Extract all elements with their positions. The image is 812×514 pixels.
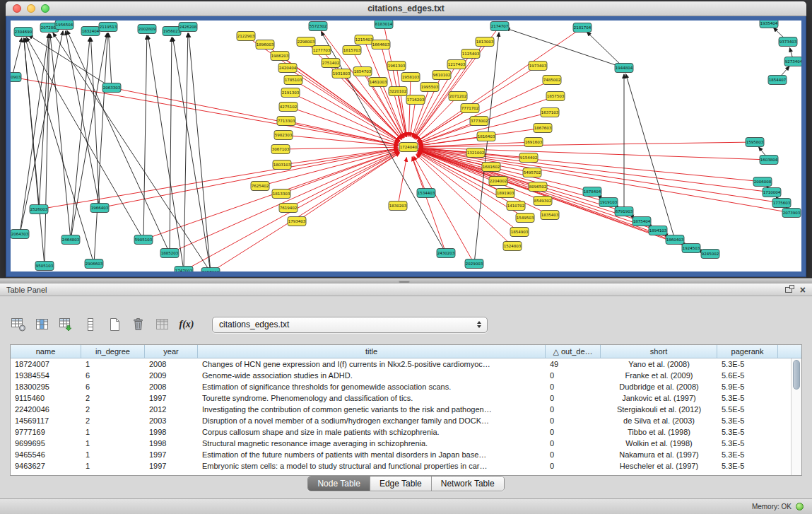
cell-out_degree[interactable]: 0: [546, 439, 601, 448]
column-header-year[interactable]: year: [145, 345, 198, 358]
delete-table-button[interactable]: [129, 315, 148, 334]
cell-short[interactable]: Dudbridge et al. (2008): [601, 382, 717, 391]
graph-node[interactable]: 1691603: [524, 138, 543, 147]
graph-node[interactable]: 1875404: [632, 217, 651, 226]
cell-out_degree[interactable]: 0: [546, 416, 601, 425]
table-row[interactable]: 1938455462009Genome-wide association stu…: [11, 370, 801, 381]
column-header-out_degree[interactable]: △ out_de…: [546, 345, 601, 358]
graph-node[interactable]: 1277703: [312, 46, 331, 55]
cell-in_degree[interactable]: 2: [81, 416, 145, 425]
cell-title[interactable]: Disruption of a novel member of a sodium…: [198, 416, 546, 425]
cell-year[interactable]: 1998: [145, 428, 198, 436]
graph-node[interactable]: 1860403: [666, 235, 684, 245]
column-header-name[interactable]: name: [11, 345, 81, 358]
cell-name[interactable]: 9777169: [11, 428, 81, 436]
graph-node[interactable]: 2526003: [30, 205, 48, 214]
graph-node[interactable]: 2122903: [237, 32, 255, 41]
cell-pagerank[interactable]: 5.9E-5: [717, 382, 778, 391]
graph-node[interactable]: 1321002: [466, 148, 485, 158]
cell-short[interactable]: Hescheler et al. (1997): [601, 462, 717, 470]
graph-node[interactable]: 8183014: [375, 21, 393, 29]
graph-node[interactable]: 1595803: [746, 138, 764, 147]
table-row[interactable]: 969969511998Structural magnetic resonanc…: [11, 438, 801, 449]
cell-name[interactable]: 9115460: [11, 394, 81, 402]
graph-node[interactable]: 1215403: [355, 35, 373, 45]
graph-node[interactable]: 2029003: [465, 259, 483, 269]
graph-node[interactable]: 1894103: [649, 226, 667, 235]
graph-node[interactable]: 2464803: [61, 235, 80, 245]
cell-name[interactable]: 18724007: [11, 360, 81, 368]
split-pane-divider[interactable]: [0, 278, 812, 284]
network-graph[interactable]: 2304690207280819565041832404211951320028…: [11, 21, 801, 271]
graph-node[interactable]: 2006008: [753, 177, 772, 187]
cell-name[interactable]: 18300295: [11, 382, 81, 391]
cell-short[interactable]: de Silva et al. (2003): [601, 416, 717, 425]
graph-node[interactable]: 8549302: [534, 197, 552, 206]
table-vertical-scrollbar[interactable]: [791, 358, 801, 475]
cell-pagerank[interactable]: 5.3E-5: [717, 360, 778, 368]
graph-node[interactable]: 3067103: [271, 145, 290, 154]
cell-pagerank[interactable]: 5.3E-5: [717, 428, 778, 436]
graph-node[interactable]: 9273404: [784, 57, 801, 66]
cell-title[interactable]: Corpus callosum shape and size in male p…: [198, 428, 546, 436]
graph-node[interactable]: 1995503: [420, 83, 439, 92]
cell-in_degree[interactable]: 1: [81, 360, 145, 368]
graph-node[interactable]: 1854903: [510, 228, 529, 237]
graph-node[interactable]: 7771702: [461, 104, 479, 113]
minimize-window-button[interactable]: [27, 4, 35, 13]
table-row[interactable]: 1456911722003Disruption of a novel membe…: [11, 415, 801, 426]
graph-node[interactable]: 1785103: [284, 76, 302, 85]
graph-node[interactable]: 1958103: [401, 73, 420, 82]
cell-in_degree[interactable]: 1: [81, 450, 145, 459]
cell-year[interactable]: 1997: [145, 450, 198, 459]
column-header-short[interactable]: short: [601, 345, 717, 358]
window-titlebar[interactable]: citations_edges.txt: [6, 1, 806, 16]
table-row[interactable]: 946554611997Estimation of the future num…: [11, 449, 801, 460]
graph-node[interactable]: 8096502: [529, 182, 547, 192]
graph-node[interactable]: 2181704: [573, 23, 592, 33]
cell-short[interactable]: Yano et al. (2008): [601, 360, 717, 368]
graph-node[interactable]: 2064303: [11, 230, 29, 239]
tab-edge-table[interactable]: Edge Table: [370, 477, 431, 491]
graph-node[interactable]: 1815703: [343, 46, 361, 55]
cell-name[interactable]: 9465546: [11, 450, 81, 459]
graph-node[interactable]: 1534403: [417, 189, 435, 198]
cell-in_degree[interactable]: 1: [81, 428, 145, 436]
graph-node[interactable]: 2071202: [449, 92, 467, 101]
table-settings-button[interactable]: [8, 315, 28, 334]
graph-node[interactable]: 2430203: [437, 249, 455, 258]
tab-node-table[interactable]: Node Table: [308, 477, 370, 491]
graph-node[interactable]: 9373403: [779, 37, 797, 47]
row-tools-button[interactable]: [81, 315, 100, 334]
graph-node[interactable]: 1857503: [546, 92, 565, 101]
graph-node[interactable]: 1835403: [541, 211, 559, 220]
graph-node[interactable]: 1710004: [763, 188, 781, 197]
graph-node[interactable]: 1986203: [271, 52, 289, 61]
graph-node[interactable]: 2304690: [14, 28, 33, 37]
graph-node[interactable]: 2191303: [281, 88, 300, 98]
table-row[interactable]: 2242004622012Investigating the contribut…: [11, 404, 801, 415]
graph-node[interactable]: 1885203: [160, 249, 179, 258]
cell-pagerank[interactable]: 5.6E-5: [717, 371, 778, 380]
graph-node[interactable]: 1681602: [482, 163, 500, 172]
scrollbar-thumb[interactable]: [793, 360, 800, 390]
graph-node[interactable]: 5905103: [134, 235, 153, 245]
cell-name[interactable]: 9699695: [11, 439, 81, 448]
cell-in_degree[interactable]: 2: [81, 394, 145, 402]
cell-out_degree[interactable]: 49: [546, 360, 601, 368]
cell-title[interactable]: Changes of HCN gene expression and I(f) …: [198, 360, 546, 368]
merge-table-button[interactable]: [153, 315, 172, 334]
zoom-window-button[interactable]: [41, 4, 49, 13]
graph-node[interactable]: 1803103: [273, 160, 291, 170]
table-row[interactable]: 1830029562008Estimation of significance …: [11, 381, 801, 392]
cell-title[interactable]: Investigating the contribution of common…: [198, 405, 546, 414]
cell-title[interactable]: Estimation of significance thresholds fo…: [198, 382, 546, 391]
graph-node[interactable]: 1125403: [461, 49, 480, 59]
graph-node[interactable]: 1924503: [682, 244, 700, 253]
close-panel-icon[interactable]: ×: [800, 285, 806, 295]
graph-node[interactable]: 6791903: [615, 207, 633, 216]
graph-node[interactable]: 1878404: [583, 187, 601, 197]
cell-title[interactable]: Genome-wide association studies in ADHD.: [198, 371, 546, 380]
column-header-title[interactable]: title: [198, 345, 546, 358]
cell-title[interactable]: Estimation of the future numbers of pati…: [198, 450, 546, 459]
